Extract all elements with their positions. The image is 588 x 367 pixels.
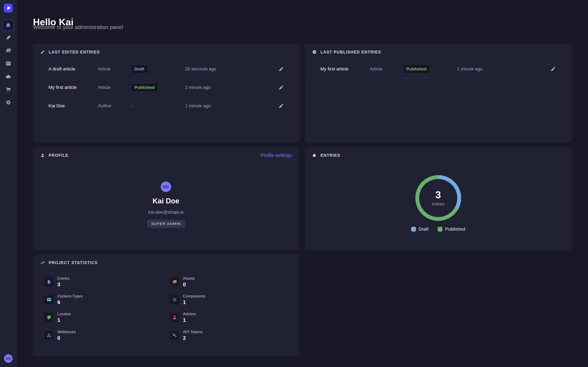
key-icon xyxy=(172,333,177,338)
pencil-icon xyxy=(40,50,45,54)
table-row: Kai Doe Author - 1 minute ago xyxy=(40,97,292,115)
sidebar-divider-top xyxy=(0,17,17,17)
stat-value: 6 xyxy=(57,299,83,305)
stat-value: 0 xyxy=(183,282,195,288)
components-icon xyxy=(172,297,177,302)
trend-up-icon xyxy=(40,260,45,265)
table-row: A draft article Article Draft 20 seconds… xyxy=(40,60,292,78)
layout-icon xyxy=(5,60,11,67)
legend-label: Draft xyxy=(419,226,429,232)
stat-locales: Locales 1 xyxy=(40,309,166,326)
panel-title: ENTRIES xyxy=(320,153,340,158)
stat-label: Admins xyxy=(183,312,196,316)
panel-title: PROJECT STATISTICS xyxy=(49,260,98,265)
stat-value: 1 xyxy=(57,317,71,323)
puzzle-icon xyxy=(312,153,317,158)
entry-time: 1 minute ago xyxy=(185,85,278,90)
entries-panel: ENTRIES 3 entries Draft Published xyxy=(305,147,571,250)
project-statistics-panel: PROJECT STATISTICS Entries 3 Assets 0 Co… xyxy=(33,255,299,356)
stat-assets: Assets 0 xyxy=(166,273,292,291)
entry-type: Article xyxy=(370,67,403,72)
donut-center: 3 entries xyxy=(414,174,462,222)
check-circle-icon xyxy=(312,50,317,54)
stat-label: Entries xyxy=(57,276,69,281)
published-swatch xyxy=(438,227,442,232)
panel-title: PROFILE xyxy=(49,153,69,158)
images-icon xyxy=(5,48,11,54)
cloud-icon xyxy=(5,73,11,80)
profile-panel: PROFILE Profile settings KD Kai Doe kai.… xyxy=(33,147,299,250)
edit-entry-button[interactable] xyxy=(550,66,556,72)
strapi-logo-icon xyxy=(6,5,11,11)
last-edited-table: A draft article Article Draft 20 seconds… xyxy=(40,60,292,115)
stat-value: 3 xyxy=(57,282,69,288)
panel-header: LAST PUBLISHED ENTRIES xyxy=(312,49,564,55)
entry-type: Article xyxy=(98,85,131,90)
entry-time: 1 minute ago xyxy=(457,67,550,72)
entry-time: 20 seconds ago xyxy=(185,67,278,72)
entry-type: Article xyxy=(98,67,131,72)
stat-label: Webhooks xyxy=(57,330,76,334)
stat-label: Components xyxy=(183,294,205,299)
page-subtitle: Welcome to your administration panel xyxy=(33,24,123,30)
entries-count-label: entries xyxy=(432,201,444,207)
role-badge: SUPER ADMIN xyxy=(147,220,185,228)
draft-swatch xyxy=(411,227,416,232)
layout-icon xyxy=(46,297,52,302)
edit-entry-button[interactable] xyxy=(278,66,284,72)
stat-value: 1 xyxy=(183,299,205,305)
person-icon xyxy=(40,153,45,158)
person-icon xyxy=(172,315,177,320)
sidebar-item-content-manager[interactable] xyxy=(0,32,17,43)
stat-label: Assets xyxy=(183,276,195,281)
last-published-table: My first article Article Published 1 min… xyxy=(312,60,564,78)
stat-label: API Tokens xyxy=(183,330,203,334)
panel-header: LAST EDITED ENTRIES xyxy=(40,49,292,55)
status-dash: - xyxy=(131,103,132,108)
strapi-logo[interactable] xyxy=(4,4,13,13)
entries-count: 3 xyxy=(435,190,441,200)
user-avatar[interactable]: KD xyxy=(4,354,13,363)
legend-item-draft: Draft xyxy=(411,226,429,232)
pencil-icon xyxy=(278,103,284,109)
file-icon xyxy=(46,279,52,284)
profile-email: kai.doe@strapi.io xyxy=(148,210,184,215)
sidebar-item-settings[interactable] xyxy=(0,97,17,108)
strapi-admin-dashboard: KD Hello Kai Welcome to your administrat… xyxy=(0,0,588,367)
panel-header: ENTRIES xyxy=(312,152,564,158)
legend-label: Published xyxy=(445,226,465,232)
sidebar-item-home[interactable] xyxy=(2,19,14,31)
panel-title: LAST PUBLISHED ENTRIES xyxy=(320,50,381,54)
profile-avatar: KD xyxy=(161,182,171,192)
sidebar-item-media-library[interactable] xyxy=(0,45,17,57)
pencil-icon xyxy=(278,85,284,90)
sidebar-item-deploy[interactable] xyxy=(0,71,17,82)
entries-donut-chart: 3 entries xyxy=(414,174,462,222)
status-badge: Published xyxy=(131,83,158,92)
entry-name: Kai Doe xyxy=(49,103,98,108)
edit-entry-button[interactable] xyxy=(278,103,284,109)
cart-icon xyxy=(5,86,11,92)
feather-icon xyxy=(5,34,11,41)
entry-name: My first article xyxy=(49,85,98,90)
table-row: My first article Article Published 1 min… xyxy=(40,78,292,97)
last-published-entries-panel: LAST PUBLISHED ENTRIES My first article … xyxy=(305,44,571,142)
sidebar-item-content-type-builder[interactable] xyxy=(0,58,17,69)
sidebar-item-marketplace[interactable] xyxy=(0,83,17,95)
stat-admins: Admins 1 xyxy=(166,309,292,326)
status-badge: Published xyxy=(403,65,430,73)
stat-entries: Entries 3 xyxy=(40,273,166,291)
edit-entry-button[interactable] xyxy=(278,85,284,90)
chart-legend: Draft Published xyxy=(305,226,571,232)
images-icon xyxy=(172,279,177,284)
stat-value: 2 xyxy=(183,335,203,341)
stats-grid: Entries 3 Assets 0 Content-Types 6 Compo… xyxy=(40,273,292,344)
sidebar: KD xyxy=(0,0,17,367)
webhook-icon xyxy=(46,333,52,338)
gear-icon xyxy=(5,99,11,106)
entry-type: Author xyxy=(98,103,131,108)
panel-header: PROJECT STATISTICS xyxy=(40,259,292,266)
profile-settings-link[interactable]: Profile settings xyxy=(261,153,292,158)
last-edited-entries-panel: LAST EDITED ENTRIES A draft article Arti… xyxy=(33,44,300,142)
globe-icon xyxy=(46,315,52,320)
